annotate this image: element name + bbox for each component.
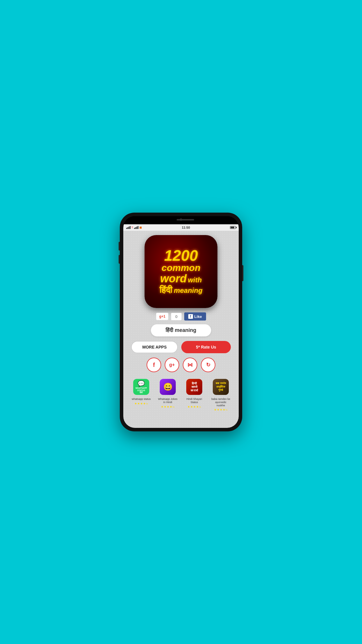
share-circle-icon: ⋈ <box>187 362 193 368</box>
signal-bar-4 <box>130 226 131 229</box>
app-thumbnail-ramdev: बाबा रामदेवआयुर्वेदिकनुस्खे <box>211 377 230 396</box>
wa-label: WHATSAPPSTATUSहिंदी <box>136 387 147 394</box>
facebook-circle-icon: f <box>153 362 155 368</box>
signal-bar2-2 <box>135 227 136 229</box>
app-icon-container[interactable]: 1200 common word with हिंदी meaning <box>145 235 217 308</box>
carrier-icon: T <box>131 226 133 229</box>
facebook-circle-button[interactable]: f <box>147 358 161 372</box>
app-icon-number: 1200 <box>164 248 198 263</box>
phone-top-bar <box>123 216 239 224</box>
phone-screen: T ▣ 11:50 1200 <box>123 216 239 428</box>
ramdev-label: बाबा रामदेवआयुर्वेदिकनुस्खे <box>216 382 226 392</box>
phone-device: T ▣ 11:50 1200 <box>120 213 242 431</box>
signal-bar-3 <box>129 227 129 229</box>
signal-bar2-4 <box>138 226 138 229</box>
hindi-meaning-button[interactable]: हिंदी meaning <box>151 324 211 337</box>
status-left: T ▣ <box>126 226 142 229</box>
status-time: 11:50 <box>182 226 190 229</box>
like-count: 0 <box>175 314 177 319</box>
app-thumbnail-shayari: हिन्दीशायरीका दर्जा <box>185 377 204 396</box>
more-apps-button[interactable]: MORE APPS <box>131 341 178 353</box>
screen-content: 1200 common word with हिंदी meaning g+1 <box>123 231 239 428</box>
battery-icon <box>230 226 236 229</box>
app-icon-common: common <box>161 263 200 272</box>
ramdev-icon-inner: बाबा रामदेवआयुर्वेदिकनुस्खे <box>213 379 229 395</box>
facebook-like-button[interactable]: f Like <box>184 312 206 321</box>
more-apps-label: MORE APPS <box>142 345 167 349</box>
action-row: MORE APPS 5* Rate Us <box>129 341 233 353</box>
app-icon: 1200 common word with हिंदी meaning <box>145 235 217 308</box>
app-stars-whatsapp: ★★★★½ <box>134 402 148 405</box>
google-circle-button[interactable]: g+ <box>165 358 179 372</box>
rate-us-button[interactable]: 5* Rate Us <box>181 341 231 353</box>
rate-us-label: 5* Rate Us <box>196 345 216 349</box>
signal-bars <box>126 226 131 229</box>
refresh-circle-button[interactable]: ↻ <box>201 358 215 372</box>
signal-bar-2 <box>127 227 128 229</box>
wa-icon-inner: 💬 WHATSAPPSTATUSहिंदी <box>133 379 149 395</box>
app-icon-meaning: meaning <box>174 286 203 295</box>
icon-circles-row: f g+ ⋈ ↻ <box>147 358 215 372</box>
apps-grid: 💬 WHATSAPPSTATUSहिंदी whatsapp status ★★… <box>129 377 233 411</box>
google-circle-icon: g+ <box>169 362 175 368</box>
app-thumbnail-whatsapp: 💬 WHATSAPPSTATUSहिंदी <box>132 377 151 396</box>
app-stars-ramdev: ★★★★½ <box>214 408 228 411</box>
app-item-whatsapp[interactable]: 💬 WHATSAPPSTATUSहिंदी whatsapp status ★★… <box>129 377 153 411</box>
app-name-ramdev: baba ramdev ke ayurvedic nuskhe <box>211 398 231 407</box>
signal-bar-1 <box>126 228 127 229</box>
app-icon-hindi-line: हिंदी meaning <box>159 285 203 295</box>
facebook-icon: f <box>188 314 193 319</box>
shayari-label: हिन्दीशायरीका दर्जा <box>191 382 198 392</box>
volume-down-button[interactable] <box>119 255 120 264</box>
app-name-shayari: Hindi Shayari Status <box>184 398 205 404</box>
app-item-ramdev[interactable]: बाबा रामदेवआयुर्वेदिकनुस्खे baba ramdev … <box>209 377 233 411</box>
shayari-icon-inner: हिन्दीशायरीका दर्जा <box>186 379 202 395</box>
app-name-jokes: Whatsapp Jokes In Hindi <box>158 398 178 404</box>
signal-bars-2 <box>134 226 138 229</box>
app-name-whatsapp: whatsapp status <box>132 398 151 401</box>
like-count-box: 0 <box>171 313 182 321</box>
share-circle-button[interactable]: ⋈ <box>183 358 197 372</box>
whatsapp-logo: 💬 <box>138 380 145 387</box>
speaker-bar <box>177 219 194 220</box>
signal-bar2-3 <box>136 227 137 229</box>
app-item-shayari[interactable]: हिन्दीशायरीका दर्जा Hindi Shayari Status… <box>182 377 206 411</box>
power-button[interactable] <box>242 265 243 281</box>
volume-up-button[interactable] <box>119 242 120 251</box>
app-thumbnail-jokes: 😄 <box>158 377 177 396</box>
app-stars-shayari: ★★★★½ <box>187 405 201 408</box>
signal-bar2-1 <box>134 228 135 229</box>
google-plus-button[interactable]: g+1 <box>156 313 168 320</box>
google-plus-label: g+1 <box>159 314 165 318</box>
app-icon-word: word <box>160 272 187 285</box>
refresh-circle-icon: ↻ <box>206 362 210 368</box>
social-row: g+1 0 f Like <box>156 312 206 321</box>
app-icon-hindi: हिंदी <box>159 285 172 295</box>
fb-like-label: Like <box>194 314 202 319</box>
jokes-emoji: 😄 <box>163 382 173 391</box>
app-icon-with: with <box>188 276 202 284</box>
network-icon: ▣ <box>139 226 142 229</box>
hindi-meaning-label: हिंदी meaning <box>166 327 196 333</box>
jokes-icon-inner: 😄 <box>160 379 176 395</box>
status-right <box>230 226 236 229</box>
app-item-jokes[interactable]: 😄 Whatsapp Jokes In Hindi ★★★★½ <box>156 377 180 411</box>
status-bar: T ▣ 11:50 <box>123 224 239 231</box>
app-icon-word-line: word with <box>160 272 202 285</box>
battery-fill <box>231 227 234 228</box>
app-stars-jokes: ★★★★½ <box>161 405 175 408</box>
